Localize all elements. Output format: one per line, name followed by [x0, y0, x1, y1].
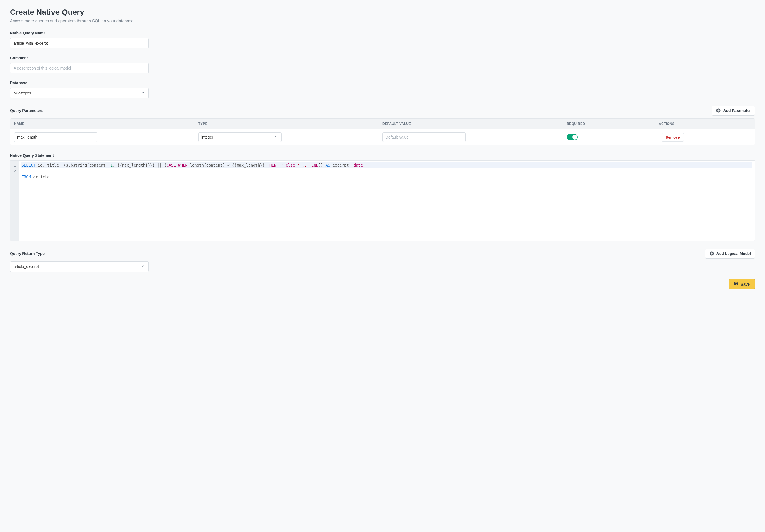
page-subtitle: Access more queries and operators throug…	[10, 18, 755, 23]
code-area[interactable]: SELECT id, title, (substring(content, 1,…	[19, 161, 755, 240]
return-type-label: Query Return Type	[10, 251, 45, 256]
add-logical-model-label: Add Logical Model	[716, 251, 751, 256]
statement-label: Native Query Statement	[10, 153, 755, 158]
add-logical-model-button[interactable]: Add Logical Model	[705, 249, 755, 259]
plus-circle-icon	[709, 251, 714, 256]
col-name: NAME	[14, 122, 198, 126]
comment-label: Comment	[10, 56, 755, 60]
add-parameter-label: Add Parameter	[723, 108, 751, 113]
database-select[interactable]: aPostgres	[10, 88, 149, 98]
add-parameter-button[interactable]: Add Parameter	[712, 106, 755, 116]
sql-editor[interactable]: 1 2 SELECT id, title, (substring(content…	[10, 160, 755, 241]
database-label: Database	[10, 81, 755, 85]
col-required: REQUIRED	[567, 122, 659, 126]
param-default-input[interactable]	[382, 133, 466, 142]
remove-param-button[interactable]: Remove	[661, 133, 684, 141]
col-type: TYPE	[198, 122, 382, 126]
return-type-select[interactable]: article_excerpt	[10, 261, 149, 272]
param-required-toggle[interactable]	[567, 134, 578, 140]
line-gutter: 1 2	[10, 161, 19, 240]
comment-input[interactable]	[10, 63, 149, 74]
query-name-label: Native Query Name	[10, 31, 755, 35]
save-button[interactable]: Save	[729, 279, 755, 289]
save-label: Save	[741, 282, 750, 287]
param-name-input[interactable]	[14, 133, 97, 142]
param-type-select[interactable]: integer	[198, 133, 282, 142]
toggle-knob	[572, 134, 577, 139]
plus-circle-icon	[716, 108, 721, 113]
query-parameters-label: Query Parameters	[10, 108, 44, 113]
parameters-table: NAME TYPE DEFAULT VALUE REQUIRED ACTIONS…	[10, 118, 755, 145]
table-row: integer Remove	[10, 129, 755, 145]
col-default: DEFAULT VALUE	[382, 122, 567, 126]
col-actions: ACTIONS	[659, 122, 751, 126]
save-icon	[734, 282, 738, 287]
page-title: Create Native Query	[10, 8, 755, 17]
query-name-input[interactable]	[10, 38, 149, 49]
